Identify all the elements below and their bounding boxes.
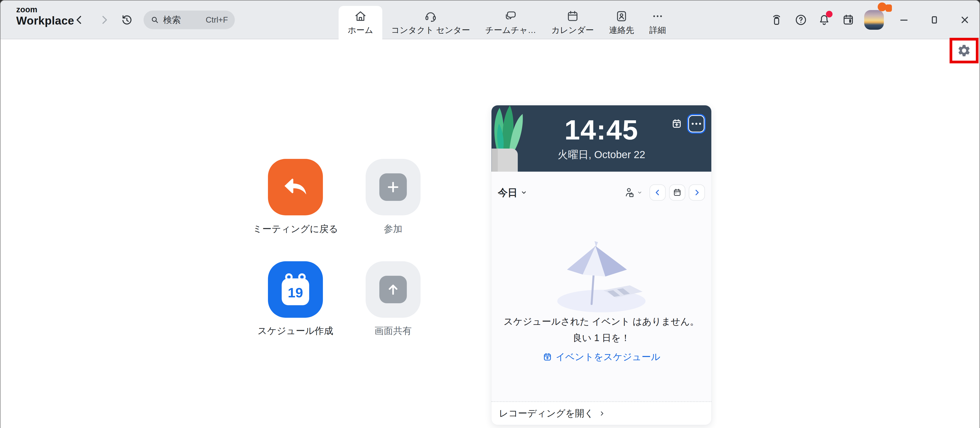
notification-badge — [826, 11, 832, 18]
share-screen-button[interactable] — [366, 261, 420, 318]
arrow-up-icon — [385, 281, 401, 298]
history-button[interactable] — [120, 13, 134, 27]
tab-team-chat[interactable]: チームチャ… — [479, 6, 542, 39]
calendar-toolbar: 今日 — [492, 184, 711, 201]
upcoming-events-panel: 14:45 火曜日, October 22 今日 — [491, 105, 711, 425]
back-to-meeting-button[interactable] — [268, 159, 323, 216]
plus-icon — [385, 179, 401, 195]
search-placeholder: 検索 — [163, 14, 181, 26]
main-tabs: ホーム コンタクト センター チームチャ… カレンダー 連絡先 詳細 — [339, 6, 672, 39]
calendar-icon — [673, 188, 682, 197]
minimize-icon — [899, 14, 909, 25]
headset-icon — [424, 10, 438, 23]
calendar-icon — [566, 10, 579, 23]
calendar-plus-icon — [542, 352, 552, 362]
have-a-nice-day-text: 良い 1 日を！ — [573, 332, 630, 344]
join-button[interactable] — [366, 159, 420, 216]
notifications-button[interactable] — [817, 13, 831, 27]
side-panel-calendar-icon — [842, 13, 855, 27]
logo-workplace: Workplace — [16, 15, 74, 26]
chevron-left-icon — [73, 13, 86, 26]
home-icon — [353, 10, 368, 23]
back-to-meeting-label: ミーティングに戻る — [239, 223, 352, 235]
settings-button[interactable] — [957, 43, 971, 58]
logo-zoom: zoom — [16, 5, 74, 13]
join-label: 参加 — [337, 223, 450, 235]
maximize-button[interactable] — [927, 13, 942, 27]
plant-illustration — [492, 105, 528, 172]
close-button[interactable] — [958, 13, 972, 27]
maximize-icon — [929, 14, 940, 25]
video-status-badge-icon — [878, 2, 886, 11]
chevron-right-icon — [98, 13, 111, 26]
date-range-dropdown[interactable]: 今日 — [498, 186, 527, 200]
more-icon — [651, 10, 665, 23]
schedule-event-link-label: イベントをスケジュール — [556, 351, 660, 363]
tab-contacts[interactable]: 連絡先 — [603, 6, 640, 39]
share-inner-square — [379, 276, 407, 303]
ellipsis-icon — [695, 123, 697, 125]
tab-home[interactable]: ホーム — [339, 6, 382, 39]
date-range-label: 今日 — [498, 186, 517, 200]
open-recordings-row[interactable]: レコーディングを開く — [492, 401, 711, 425]
clock-widget: 14:45 火曜日, October 22 — [492, 105, 711, 172]
close-icon — [959, 14, 970, 25]
chevron-right-icon — [599, 410, 605, 417]
contact-card-icon — [615, 10, 628, 23]
beach-umbrella-illustration — [552, 239, 651, 313]
side-panel-button[interactable] — [841, 13, 855, 27]
help-button[interactable] — [794, 13, 808, 27]
calendar-plus-icon — [671, 118, 682, 129]
search-icon — [150, 16, 159, 24]
ellipsis-icon — [699, 123, 701, 125]
chevron-down-icon — [637, 190, 643, 195]
previous-day-button[interactable] — [649, 184, 666, 201]
calendar-day-number: 19 — [288, 285, 303, 300]
annotation-highlight-box — [950, 38, 978, 63]
chevron-left-icon — [654, 188, 662, 197]
empty-events-state: スケジュールされた イベント はありません。 良い 1 日を！ イベントをスケジ… — [492, 239, 711, 363]
zoom-workplace-window: zoom Workplace 検索 Ctrl+F ホーム — [0, 0, 980, 428]
video-status-badge-icon — [886, 5, 892, 12]
add-event-button[interactable] — [671, 118, 682, 129]
profile-avatar[interactable] — [864, 10, 884, 30]
title-bar: zoom Workplace 検索 Ctrl+F ホーム — [0, 0, 980, 39]
schedule-event-link[interactable]: イベントをスケジュール — [542, 351, 660, 363]
back-button[interactable] — [72, 13, 86, 27]
minimize-button[interactable] — [897, 13, 911, 27]
chat-icon — [504, 10, 517, 23]
pick-date-button[interactable] — [669, 184, 685, 201]
open-recordings-label: レコーディングを開く — [499, 407, 594, 420]
connect-device-button[interactable] — [770, 13, 784, 27]
settings-gear-icon — [957, 43, 971, 58]
calendar-19-icon: 19 — [280, 272, 311, 307]
next-day-button[interactable] — [689, 184, 705, 201]
tab-contact-center[interactable]: コンタクト センター — [385, 6, 477, 39]
search-input[interactable]: 検索 Ctrl+F — [143, 11, 235, 29]
join-inner-square — [379, 173, 407, 201]
no-events-text: スケジュールされた イベント はありません。 — [503, 315, 699, 328]
widget-more-button[interactable] — [688, 115, 705, 133]
search-shortcut: Ctrl+F — [205, 15, 228, 24]
app-logo: zoom Workplace — [16, 5, 74, 26]
history-icon — [121, 13, 133, 26]
chevron-right-icon — [693, 188, 701, 197]
person-briefcase-icon — [624, 187, 635, 198]
schedule-button[interactable]: 19 — [268, 261, 323, 318]
tab-more[interactable]: 詳細 — [643, 6, 672, 39]
tab-calendar[interactable]: カレンダー — [545, 6, 600, 39]
reply-arrow-icon — [281, 173, 310, 201]
help-icon — [794, 13, 808, 27]
forward-button[interactable] — [97, 13, 111, 27]
attendee-filter-dropdown[interactable] — [624, 187, 643, 198]
share-screen-label: 画面共有 — [337, 325, 450, 337]
chevron-down-icon — [520, 189, 527, 196]
ellipsis-icon — [692, 123, 694, 125]
schedule-label: スケジュール作成 — [239, 325, 352, 337]
connect-device-icon — [770, 13, 783, 27]
